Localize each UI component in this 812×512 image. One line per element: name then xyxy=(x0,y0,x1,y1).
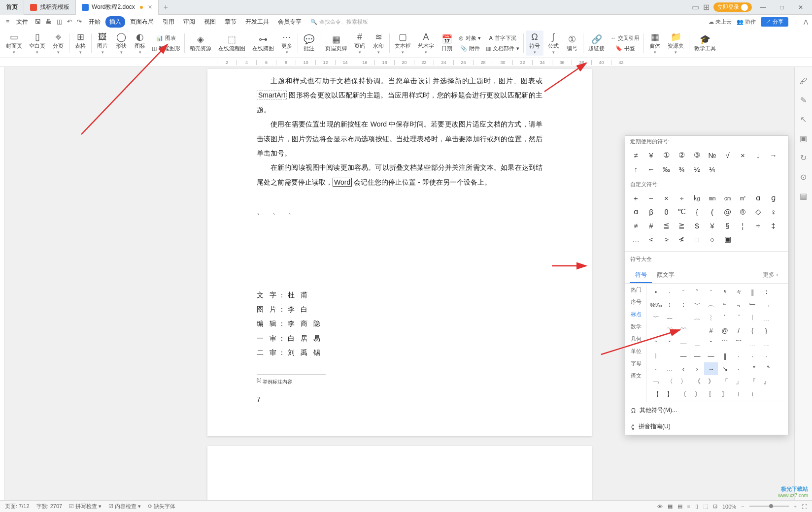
symbol-item[interactable]: ︰ xyxy=(677,298,690,311)
paragraph[interactable]: 在新的阅读视图中阅读更加容易。可以折叠文档某些部分并关注所需文本。如果在达到结尾… xyxy=(257,160,542,190)
symbol-cell[interactable]: ¾ xyxy=(674,162,689,176)
symbol-item[interactable]: 【 xyxy=(649,388,663,401)
ribbon-wordart[interactable]: A艺术字▾ xyxy=(415,31,437,56)
ribbon-header-footer[interactable]: ▦页眉页脚 xyxy=(322,33,350,53)
symbol-item[interactable]: ﹝ xyxy=(732,388,745,401)
collapse-ribbon-icon[interactable]: ⋀ xyxy=(804,19,808,25)
view-web-icon[interactable]: ▤ xyxy=(677,503,682,510)
symbol-cell[interactable]: ≤ xyxy=(643,232,659,246)
symbol-item[interactable]: 》 xyxy=(704,375,718,388)
close-window-button[interactable]: ✕ xyxy=(793,4,808,11)
symbol-item[interactable]: 〞 xyxy=(745,362,759,375)
tab-emoticons[interactable]: 颜文字 xyxy=(652,268,679,283)
credit-line[interactable]: 一 审：白 居 易 xyxy=(257,331,542,346)
symbol-item[interactable]: — xyxy=(704,350,718,362)
symbol-category[interactable]: 语文 xyxy=(625,370,646,382)
symbol-item[interactable]: ﹍ xyxy=(745,337,759,350)
tab-template[interactable]: 找稻壳模板 xyxy=(24,0,76,15)
symbol-item[interactable]: 《 xyxy=(690,375,704,388)
ribbon-more[interactable]: ⋯更多▾ xyxy=(278,31,296,56)
symbol-category[interactable]: 热门 xyxy=(625,284,646,296)
symbol-item[interactable]: { xyxy=(745,324,759,337)
symbol-item[interactable]: › xyxy=(690,362,704,375)
zoom-in-button[interactable]: + xyxy=(794,504,797,510)
ribbon-comment[interactable]: 💬批注 xyxy=(300,33,318,53)
menu-section[interactable]: 章节 xyxy=(221,16,240,28)
symbol-item[interactable]: ‖ xyxy=(745,286,759,298)
symbol-cell[interactable]: @ xyxy=(720,205,735,219)
symbol-item[interactable]: ﹎ xyxy=(649,324,663,337)
symbol-cell[interactable]: ½ xyxy=(689,162,705,176)
symbol-item[interactable]: 〕 xyxy=(690,388,704,401)
zoom-fit-icon[interactable]: ⊡ xyxy=(713,503,717,510)
symbol-cell[interactable]: × xyxy=(659,191,674,205)
ribbon-shapes[interactable]: ◯形状▾ xyxy=(112,31,130,56)
symbol-item[interactable]: ︸ xyxy=(649,311,663,324)
symbol-cell[interactable]: ¥ xyxy=(705,219,720,232)
symbol-item[interactable]: — xyxy=(677,337,690,350)
other-symbols-button[interactable]: Ω其他符号(M)... xyxy=(625,402,788,418)
layout-icon[interactable]: ▭ xyxy=(692,2,699,12)
symbol-cell[interactable]: ◇ xyxy=(750,205,766,219)
quote-marks[interactable]: 、 、 、 xyxy=(257,204,542,219)
tab-document[interactable]: Word教程2.docx ✕ xyxy=(76,0,159,15)
symbol-cell[interactable]: ← xyxy=(643,162,659,176)
symbol-item[interactable]: ︿ xyxy=(704,298,718,311)
symbol-cell[interactable]: ℃ xyxy=(674,205,689,219)
paragraph[interactable]: 使用在需要位置出现的新按钮在 Word 中保存时间。若要更改图片适应文档的方式，… xyxy=(257,117,542,160)
ribbon-date[interactable]: 📅日期 xyxy=(438,33,456,53)
symbol-item[interactable]: 〗 xyxy=(718,388,732,401)
redo-icon[interactable]: ↷ xyxy=(75,17,84,26)
view-outline-icon[interactable]: ≡ xyxy=(687,504,690,510)
symbol-item[interactable]: ﹂ xyxy=(745,298,759,311)
credit-line[interactable]: 二 审：刘 禹 锡 xyxy=(257,346,542,360)
print-preview-icon[interactable]: ◫ xyxy=(55,17,64,26)
view-focus-icon[interactable]: ▯ xyxy=(695,503,698,510)
ribbon-form[interactable]: ▦窗体▾ xyxy=(646,31,664,56)
symbol-cell[interactable]: { xyxy=(689,205,705,219)
symbol-item[interactable]: ︷ xyxy=(663,311,677,324)
menu-page-layout[interactable]: 页面布局 xyxy=(126,16,158,28)
symbol-cell[interactable]: ♀ xyxy=(766,205,781,219)
zoom-out-button[interactable]: − xyxy=(741,504,744,510)
symbol-cell[interactable]: ↓ xyxy=(750,148,766,162)
more-menu-icon[interactable]: ⋮ xyxy=(793,19,799,25)
symbol-cell[interactable]: ③ xyxy=(689,148,705,162)
symbol-item[interactable]: ﹁ xyxy=(649,375,663,388)
symbol-item[interactable]: %‰ xyxy=(649,298,663,311)
status-page[interactable]: 页面: 7/12 xyxy=(5,503,30,510)
ribbon-page-number[interactable]: #页码▾ xyxy=(351,31,369,56)
symbol-item[interactable]: ﹏ xyxy=(690,311,704,324)
ribbon-cover-page[interactable]: ▭封面页▾ xyxy=(3,31,25,56)
symbol-item[interactable]: • xyxy=(649,286,663,298)
symbol-item[interactable]: ∶ xyxy=(759,286,773,298)
view-print-icon[interactable]: ▦ xyxy=(668,503,673,510)
symbol-item[interactable]: 「 xyxy=(718,375,732,388)
symbol-item[interactable]: — xyxy=(677,350,690,362)
symbol-category[interactable]: 标点 xyxy=(625,308,646,320)
save-icon[interactable]: 🖫 xyxy=(33,17,43,26)
symbol-cell[interactable]: ≥ xyxy=(659,232,674,246)
symbol-cell[interactable]: ® xyxy=(735,205,750,219)
symbol-cell[interactable]: ① xyxy=(659,148,674,162)
symbol-item[interactable]: · xyxy=(663,286,677,298)
symbol-category[interactable]: 数学 xyxy=(625,320,646,333)
tab-home[interactable]: 首页 xyxy=(0,0,24,15)
symbol-cell[interactable]: + xyxy=(628,191,643,205)
view-full-icon[interactable]: ⬚ xyxy=(703,503,708,510)
status-content-check[interactable]: ☑ 内容检查 ▾ xyxy=(108,503,141,510)
symbol-item[interactable]: ﹋ xyxy=(663,324,677,337)
symbol-item[interactable]: ﹁ xyxy=(759,298,773,311)
symbol-cell[interactable]: ≦ xyxy=(659,219,674,232)
symbol-cell[interactable]: × xyxy=(735,148,750,162)
symbol-cell[interactable]: ≧ xyxy=(674,219,689,232)
symbol-cell[interactable]: □ xyxy=(689,232,705,246)
symbol-item[interactable]: … xyxy=(663,362,677,375)
symbol-cell[interactable]: β xyxy=(643,205,659,219)
symbol-cell[interactable]: ɑ xyxy=(628,205,643,219)
tab-symbols[interactable]: 符号 xyxy=(630,268,652,283)
symbol-category[interactable]: 序号 xyxy=(625,296,646,308)
minimize-button[interactable]: — xyxy=(756,4,771,11)
symbol-item[interactable]: — xyxy=(690,350,704,362)
symbol-cell[interactable]: # xyxy=(643,219,659,232)
